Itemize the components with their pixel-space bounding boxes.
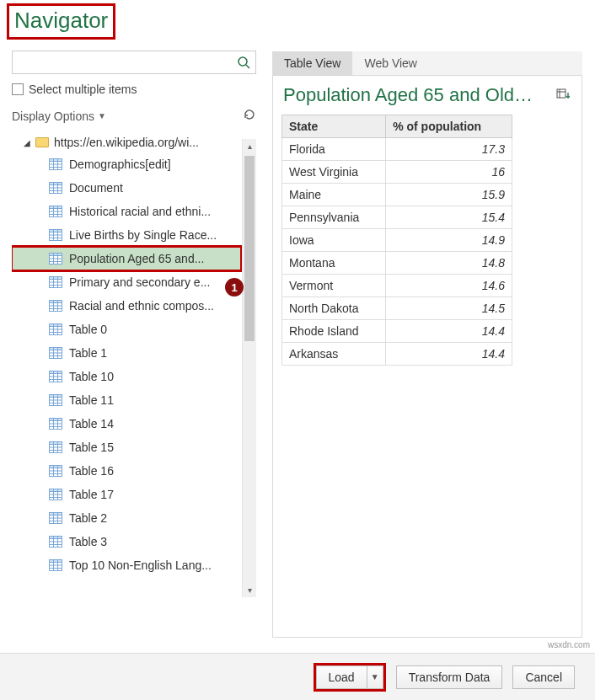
select-multiple-row[interactable]: Select multiple items <box>12 83 256 96</box>
window-title-wrap: Navigator <box>7 3 115 40</box>
tree-item-label: Live Births by Single Race... <box>69 228 217 242</box>
tree-item[interactable]: Live Births by Single Race... <box>12 223 241 247</box>
tree-item-label: Historical racial and ethni... <box>69 205 211 218</box>
tree-item[interactable]: Table 11 <box>12 388 241 412</box>
tree-item-label: Table 3 <box>69 535 107 548</box>
cell-value: 14.6 <box>386 275 512 297</box>
svg-rect-87 <box>50 489 62 492</box>
svg-rect-75 <box>50 442 62 445</box>
tree-item-label: Table 10 <box>69 370 114 383</box>
tree-item-label: Table 1 <box>69 346 107 360</box>
svg-rect-81 <box>50 466 62 468</box>
table-icon <box>49 206 62 217</box>
table-icon <box>49 465 62 477</box>
collapse-icon[interactable]: ◢ <box>24 138 30 147</box>
tree-item[interactable]: Table 3 <box>12 530 241 553</box>
cancel-button[interactable]: Cancel <box>512 665 575 689</box>
search-icon[interactable] <box>232 51 255 73</box>
tree-item-label: Table 15 <box>69 441 114 454</box>
table-icon <box>49 394 62 406</box>
svg-rect-45 <box>50 324 62 327</box>
cell-state: Maine <box>282 184 386 206</box>
search-box[interactable] <box>12 51 256 74</box>
table-icon <box>49 323 62 335</box>
cell-state: Arkansas <box>282 343 386 366</box>
tree-item[interactable]: Top 10 Non-English Lang... <box>12 553 241 577</box>
tab-table-view[interactable]: Table View <box>272 51 352 75</box>
search-input[interactable] <box>13 56 232 69</box>
table-row: Rhode Island14.4 <box>282 320 512 343</box>
tree-item[interactable]: Table 1 <box>12 341 241 365</box>
tree-item[interactable]: Table 0 <box>12 318 241 341</box>
table-row: Florida17.3 <box>282 138 512 161</box>
tree-item-label: Table 16 <box>69 464 114 478</box>
tree-item-label: Population Aged 65 and... <box>69 252 204 265</box>
tree-item-label: Table 0 <box>69 323 107 336</box>
preview-pane: Table View Web View Population Aged 65 a… <box>271 51 583 641</box>
column-header: % of population <box>386 115 512 138</box>
tree-item[interactable]: Population Aged 65 and... <box>12 247 241 270</box>
cell-state: West Virginia <box>282 161 386 184</box>
tree-item[interactable]: Table 17 <box>12 483 241 506</box>
table-row: West Virginia16 <box>282 161 512 184</box>
tree-item-label: Table 14 <box>69 417 114 430</box>
svg-rect-105 <box>50 560 62 563</box>
transform-data-button[interactable]: Transform Data <box>396 665 503 689</box>
tree-item[interactable]: Table 14 <box>12 412 241 435</box>
watermark: wsxdn.com <box>548 640 590 649</box>
scroll-thumb[interactable] <box>244 156 255 341</box>
svg-line-1 <box>246 65 249 68</box>
tree-item[interactable]: Racial and ethnic compos... <box>12 294 241 318</box>
tree-root-label: https://en.wikipedia.org/wi... <box>54 136 199 149</box>
cell-value: 14.8 <box>386 252 512 275</box>
tree-item-label: Primary and secondary e... <box>69 275 210 289</box>
svg-rect-33 <box>50 277 62 280</box>
navigator-left-pane: Select multiple items Display Options ▼ … <box>12 51 256 641</box>
svg-rect-9 <box>50 183 62 185</box>
cell-value: 14.4 <box>386 343 512 366</box>
load-button[interactable]: Load <box>316 665 367 689</box>
load-dropdown-arrow[interactable]: ▼ <box>367 665 383 689</box>
annotation-callout-1: 1 <box>225 278 244 297</box>
dialog-footer: Load ▼ Transform Data Cancel <box>0 653 595 700</box>
display-options-dropdown[interactable]: Display Options ▼ <box>12 110 106 123</box>
scroll-up-icon[interactable]: ▴ <box>243 139 256 153</box>
tree-item[interactable]: Table 10 <box>12 365 241 388</box>
tree-item[interactable]: Demographics[edit] <box>12 152 241 176</box>
svg-rect-27 <box>50 254 62 256</box>
cell-state: Montana <box>282 252 386 275</box>
svg-rect-15 <box>50 206 62 209</box>
cell-value: 17.3 <box>386 138 512 161</box>
window-title: Navigator <box>14 8 108 34</box>
cell-state: Rhode Island <box>282 320 386 343</box>
select-multiple-checkbox[interactable] <box>12 83 24 95</box>
table-icon <box>49 371 62 382</box>
svg-rect-3 <box>50 159 62 162</box>
tree-item[interactable]: Historical racial and ethni... <box>12 200 241 223</box>
folder-icon <box>35 137 49 147</box>
tree-item[interactable]: Table 2 <box>12 506 241 530</box>
tree-scrollbar[interactable]: ▴ ▾ <box>242 139 256 597</box>
table-row: Arkansas14.4 <box>282 343 512 366</box>
tree-item[interactable]: Table 15 <box>12 435 241 459</box>
preview-tabs: Table View Web View <box>272 51 582 76</box>
cell-state: North Dakota <box>282 297 386 320</box>
tree-item[interactable]: Document <box>12 176 241 200</box>
cell-value: 15.9 <box>386 184 512 206</box>
tree-root[interactable]: ◢ https://en.wikipedia.org/wi... <box>12 132 241 152</box>
table-icon <box>49 559 62 571</box>
refresh-icon[interactable] <box>243 108 256 124</box>
svg-rect-63 <box>50 395 62 398</box>
tab-web-view[interactable]: Web View <box>352 51 429 75</box>
scroll-down-icon[interactable]: ▾ <box>243 583 256 597</box>
tree-item[interactable]: Primary and secondary e... <box>12 270 241 294</box>
table-icon <box>49 276 62 288</box>
svg-rect-110 <box>557 89 566 98</box>
load-button-group: Load ▼ <box>314 663 386 692</box>
tree-item-label: Table 11 <box>69 393 114 407</box>
select-related-tables-icon[interactable] <box>556 88 571 104</box>
table-icon <box>49 347 62 359</box>
tree-item[interactable]: Table 16 <box>12 459 241 483</box>
svg-rect-39 <box>50 301 62 303</box>
table-row: Pennsylvania15.4 <box>282 206 512 229</box>
